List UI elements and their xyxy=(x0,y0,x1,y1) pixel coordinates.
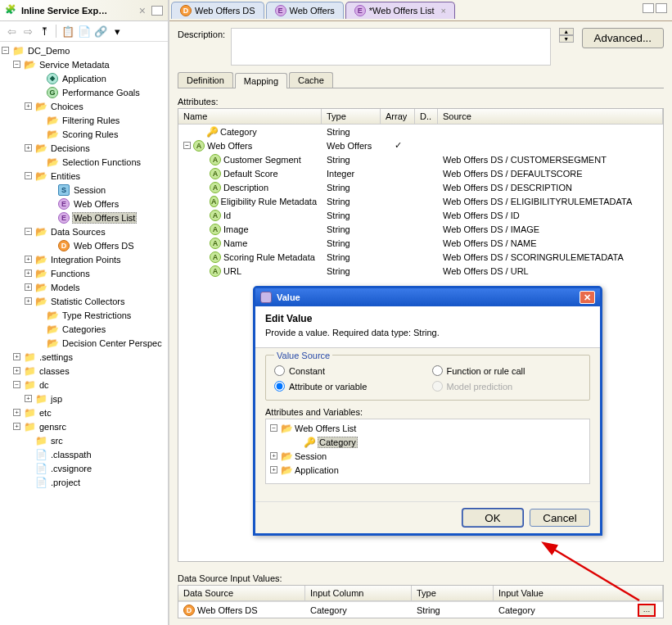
sidebar-minimize-icon[interactable] xyxy=(151,6,163,16)
ds-input-label: Data Source Input Values: xyxy=(178,573,664,583)
attribute-icon: A xyxy=(193,140,205,152)
sidebar-header: 🧩 Inline Service Exp… × xyxy=(0,0,168,21)
sidebar-close-icon[interactable]: × xyxy=(137,4,148,17)
table-row[interactable]: 🔑CategoryString xyxy=(178,125,663,138)
th-type[interactable]: Type xyxy=(322,109,381,124)
ds-input-table[interactable]: Data Source Input Column Type Input Valu… xyxy=(178,585,664,618)
copy-icon[interactable]: 📋 xyxy=(61,25,74,38)
ok-button[interactable]: OK xyxy=(462,509,523,527)
spinner-down-icon[interactable]: ▼ xyxy=(559,35,574,43)
tree-functions[interactable]: +📂Functions xyxy=(0,266,168,280)
tree-decision-center[interactable]: 📂Decision Center Perspec xyxy=(0,336,168,350)
tree-selection-functions[interactable]: 📂Selection Functions xyxy=(0,155,168,169)
th-array[interactable]: Array xyxy=(381,109,415,124)
radio-function[interactable]: Function or rule call xyxy=(432,365,582,376)
row-toggle[interactable]: − xyxy=(183,142,191,149)
project-tree[interactable]: −📁DC_Demo −📂Service Metadata ◆Applicatio… xyxy=(0,42,168,625)
tree-service-metadata[interactable]: −📂Service Metadata xyxy=(0,57,168,71)
table-row[interactable]: AScoring Rule MetadataStringWeb Offers D… xyxy=(178,250,663,264)
tree-src[interactable]: 📁src xyxy=(0,433,168,447)
table-row[interactable]: AImageStringWeb Offers DS / IMAGE xyxy=(178,222,663,236)
editor-maximize-icon[interactable] xyxy=(656,3,667,13)
forward-icon: ⇨ xyxy=(21,25,34,38)
ds-th-col[interactable]: Input Column xyxy=(305,586,412,600)
table-row[interactable]: AURLStringWeb Offers DS / URL xyxy=(178,264,663,278)
advanced-button[interactable]: Advanced... xyxy=(582,28,664,48)
dialog-close-icon[interactable]: ✕ xyxy=(580,291,595,304)
radio-attribute[interactable]: Attribute or variable xyxy=(274,381,424,392)
attributes-header: Name Type Array D.. Source xyxy=(178,109,663,125)
tree-jsp[interactable]: +📁jsp xyxy=(0,392,168,405)
paste-icon[interactable]: 📄 xyxy=(78,25,91,38)
ds-input-row[interactable]: D Web Offers DS Category String Category… xyxy=(178,601,663,618)
av-session[interactable]: +📂Session xyxy=(268,449,587,463)
tab-web-offers-ds[interactable]: DWeb Offers DS xyxy=(171,2,264,19)
tree-web-offers-ds[interactable]: DWeb Offers DS xyxy=(0,238,168,252)
ds-th-type[interactable]: Type xyxy=(412,586,494,600)
th-d[interactable]: D.. xyxy=(415,109,438,124)
ds-th-val[interactable]: Input Value xyxy=(494,586,663,600)
table-row[interactable]: ADescriptionStringWeb Offers DS / DESCRI… xyxy=(178,180,663,194)
tree-web-offers[interactable]: EWeb Offers xyxy=(0,197,168,211)
tree-cvsignore[interactable]: 📄.cvsignore xyxy=(0,461,168,475)
tree-filtering-rules[interactable]: 📂Filtering Rules xyxy=(0,113,168,127)
browse-value-button[interactable]: … xyxy=(638,604,656,617)
attribute-icon: A xyxy=(210,265,221,277)
tree-classpath[interactable]: 📄.classpath xyxy=(0,447,168,461)
radio-constant[interactable]: Constant xyxy=(274,365,424,376)
tree-project[interactable]: 📄.project xyxy=(0,475,168,489)
table-row[interactable]: ACustomer SegmentStringWeb Offers DS / C… xyxy=(178,152,663,166)
tree-dc-demo[interactable]: −📁DC_Demo xyxy=(0,43,168,57)
tree-decisions[interactable]: +📂Decisions xyxy=(0,141,168,155)
tree-web-offers-list[interactable]: EWeb Offers List xyxy=(0,211,168,224)
subtab-cache[interactable]: Cache xyxy=(289,72,333,88)
tree-classes[interactable]: +📁classes xyxy=(0,364,168,378)
tree-categories[interactable]: 📂Categories xyxy=(0,322,168,336)
subtab-mapping[interactable]: Mapping xyxy=(235,73,287,88)
tree-settings[interactable]: +📁.settings xyxy=(0,350,168,364)
tree-integration-points[interactable]: +📂Integration Points xyxy=(0,252,168,266)
tree-models[interactable]: +📂Models xyxy=(0,280,168,294)
tree-type-restrictions[interactable]: 📂Type Restrictions xyxy=(0,308,168,322)
table-row[interactable]: ANameStringWeb Offers DS / NAME xyxy=(178,236,663,250)
tree-application[interactable]: ◆Application xyxy=(0,71,168,85)
table-row[interactable]: ADefault ScoreIntegerWeb Offers DS / DEF… xyxy=(178,166,663,180)
attribute-icon: A xyxy=(210,154,221,165)
menu-icon[interactable]: ▾ xyxy=(110,25,124,38)
th-source[interactable]: Source xyxy=(438,109,663,124)
tab-close-icon[interactable]: × xyxy=(440,6,445,16)
tree-scoring-rules[interactable]: 📂Scoring Rules xyxy=(0,127,168,141)
spinner-up-icon[interactable]: ▲ xyxy=(559,28,574,35)
th-name[interactable]: Name xyxy=(178,109,322,124)
tree-dc[interactable]: −📁dc xyxy=(0,378,168,392)
dialog-titlebar[interactable]: Value ✕ xyxy=(255,288,600,306)
tree-data-sources[interactable]: −📂Data Sources xyxy=(0,224,168,238)
attr-variables-tree[interactable]: −📂Web Offers List 🔑Category +📂Session +📂… xyxy=(265,419,590,484)
attr-variables-label: Attributes and Variables: xyxy=(265,407,590,417)
up-icon[interactable]: ⤒ xyxy=(38,25,51,38)
inline-service-icon: 🧩 xyxy=(5,4,18,17)
av-category[interactable]: 🔑Category xyxy=(268,435,587,449)
tab-web-offers[interactable]: EWeb Offers xyxy=(266,2,344,19)
tree-entities[interactable]: −📂Entities xyxy=(0,169,168,183)
table-row[interactable]: AEligibility Rule MetadataStringWeb Offe… xyxy=(178,194,663,208)
subtab-definition[interactable]: Definition xyxy=(178,72,233,88)
link-icon[interactable]: 🔗 xyxy=(94,25,107,38)
tree-performance-goals[interactable]: GPerformance Goals xyxy=(0,85,168,99)
description-input[interactable] xyxy=(231,28,551,66)
tree-etc[interactable]: +📁etc xyxy=(0,405,168,419)
tree-stat-collectors[interactable]: +📂Statistic Collectors xyxy=(0,294,168,308)
table-row[interactable]: AIdStringWeb Offers DS / ID xyxy=(178,208,663,222)
editor-minimize-icon[interactable] xyxy=(643,3,654,13)
av-application[interactable]: +📂Application xyxy=(268,463,587,477)
key-icon: 🔑 xyxy=(206,126,218,138)
dialog-body: Value Source Constant Function or rule c… xyxy=(255,348,600,501)
table-row[interactable]: −AWeb OffersWeb Offers✓ xyxy=(178,138,663,152)
tree-session[interactable]: SSession xyxy=(0,183,168,197)
ds-th-ds[interactable]: Data Source xyxy=(178,586,305,600)
cancel-button[interactable]: Cancel xyxy=(530,509,590,527)
tab-web-offers-list[interactable]: E*Web Offers List× xyxy=(345,2,455,19)
tree-choices[interactable]: +📂Choices xyxy=(0,99,168,113)
tree-gensrc[interactable]: +📁gensrc xyxy=(0,419,168,433)
av-web-offers-list[interactable]: −📂Web Offers List xyxy=(268,421,587,435)
